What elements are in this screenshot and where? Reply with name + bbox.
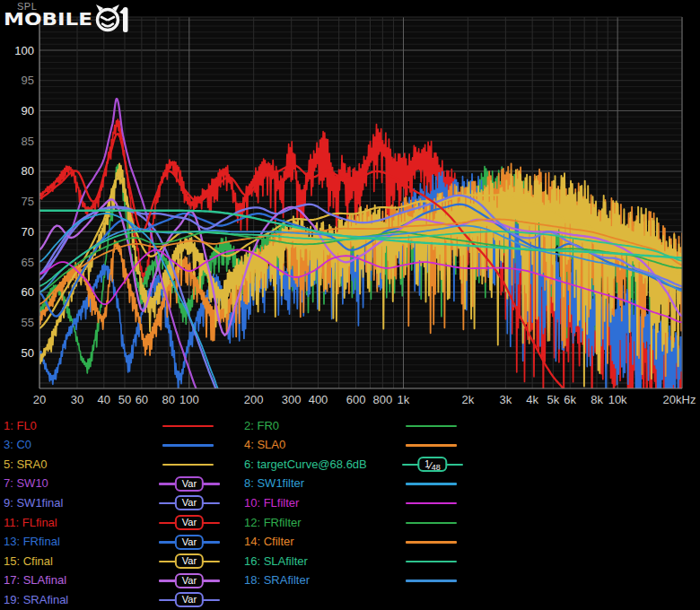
legend-line xyxy=(406,444,457,447)
legend-swatch xyxy=(406,495,457,511)
legend-line xyxy=(406,561,457,563)
x-tick-label: 600 xyxy=(346,393,366,406)
x-tick-label: 30 xyxy=(71,393,83,406)
legend-label: 18: SRAfilter xyxy=(244,572,310,588)
x-tick-label: 300 xyxy=(282,393,302,406)
devil-emblem-icon xyxy=(96,4,119,30)
x-tick-label: 20 xyxy=(33,393,46,406)
legend-item-sla0[interactable]: 4: SLA0 xyxy=(0,437,700,453)
x-tick-label: 800 xyxy=(373,393,393,406)
legend-item-targetcurve[interactable]: 6: targetCurve@68.6dB1⁄48 xyxy=(0,457,700,473)
y-tick-label: 80 xyxy=(22,164,34,178)
legend-label: 2: FR0 xyxy=(244,418,279,434)
x-tick-label: 2k xyxy=(461,393,474,406)
legend-line xyxy=(406,425,457,428)
legend-line xyxy=(406,541,457,544)
y-tick-label: 75 xyxy=(22,195,34,208)
y-tick-label: 100 xyxy=(14,44,34,57)
legend-line xyxy=(406,522,457,525)
legend-item-flfilter[interactable]: 10: FLfilter xyxy=(0,495,700,511)
legend-label: 16: SLAfilter xyxy=(244,553,308,570)
y-tick-label: 95 xyxy=(22,74,34,87)
x-tick-label: 400 xyxy=(309,393,328,406)
legend-item-frfilter[interactable]: 12: FRfilter xyxy=(0,515,700,531)
mobile01-logo: MOBILE xyxy=(2,3,138,35)
y-tick-label: 70 xyxy=(22,225,34,239)
legend-swatch: 1⁄48 xyxy=(402,457,463,473)
y-tick-label: 85 xyxy=(22,135,34,148)
x-tick-label: 40 xyxy=(98,393,110,406)
var-smoothing-badge: Var xyxy=(175,592,204,607)
legend-label: 8: SW1filter xyxy=(244,475,304,492)
logo-brand-text: MOBILE xyxy=(4,8,92,30)
legend-item-slafilter[interactable]: 16: SLAfilter xyxy=(0,553,700,570)
smoothing-badge: 1⁄48 xyxy=(417,457,447,472)
legend-line xyxy=(406,580,457,582)
x-tick-label: 20kHz xyxy=(663,393,696,406)
logo-one-glyph xyxy=(119,7,128,32)
legend-item-sw1filter[interactable]: 8: SW1filter xyxy=(0,475,700,492)
legend-swatch xyxy=(406,418,457,434)
y-tick-label: 60 xyxy=(22,285,34,299)
y-tick-label: 90 xyxy=(22,104,34,118)
app-window: 1009590858075706560555020304050608010020… xyxy=(0,0,700,610)
x-tick-label: 8k xyxy=(591,393,603,406)
x-tick-label: 50 xyxy=(118,393,131,406)
x-tick-label: 6k xyxy=(564,393,576,406)
legend-label: 10: FLfilter xyxy=(244,495,299,511)
x-tick-label: 80 xyxy=(162,393,174,406)
y-tick-label: 50 xyxy=(22,346,34,360)
legend-line xyxy=(406,502,457,505)
legend-label: 19: SRAfinal xyxy=(4,592,68,608)
legend-swatch xyxy=(406,515,457,531)
legend-swatch xyxy=(406,534,457,550)
legend-label: 4: SLA0 xyxy=(244,437,285,453)
legend-swatch xyxy=(406,437,457,453)
x-tick-label: 10k xyxy=(608,393,627,406)
legend-swatch xyxy=(406,553,457,570)
y-tick-label: 55 xyxy=(22,316,34,329)
legend-label: 14: Cfilter xyxy=(244,534,294,550)
legend-label: 12: FRfilter xyxy=(244,515,302,531)
legend-swatch xyxy=(406,572,457,588)
legend-item-srafinal[interactable]: 19: SRAfinalVar xyxy=(0,592,700,608)
x-tick-label: 5k xyxy=(547,393,559,406)
legend-label: 6: targetCurve@68.6dB xyxy=(244,457,367,473)
spl-chart: 1009590858075706560555020304050608010020… xyxy=(0,0,700,409)
y-tick-label: 65 xyxy=(22,256,34,269)
legend-item-cfilter[interactable]: 14: Cfilter xyxy=(0,534,700,550)
x-tick-label: 200 xyxy=(244,393,264,406)
legend-swatch: Var xyxy=(159,592,220,608)
x-tick-label: 100 xyxy=(179,393,199,406)
legend-swatch xyxy=(406,475,457,492)
legend-line xyxy=(406,483,457,485)
legend-item-srafilter[interactable]: 18: SRAfilter xyxy=(0,572,700,588)
x-tick-label: 4k xyxy=(526,393,538,406)
legend-item-fr0[interactable]: 2: FR0 xyxy=(0,418,700,434)
x-tick-label: 60 xyxy=(136,393,148,406)
x-tick-label: 3k xyxy=(499,393,512,406)
x-tick-label: 1k xyxy=(398,393,410,406)
